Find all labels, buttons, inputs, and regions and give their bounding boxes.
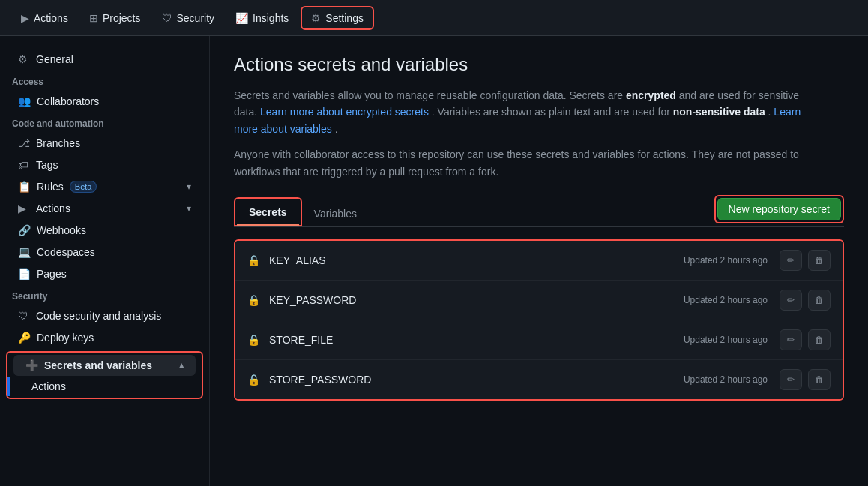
sidebar-item-secrets-variables[interactable]: ➕ Secrets and variables ▴ [13, 355, 196, 376]
description-1: Secrets and variables allow you to manag… [234, 87, 804, 137]
secret-name-1: KEY_ALIAS [269, 254, 684, 266]
lock-icon-2: 🔒 [247, 294, 260, 306]
sidebar-item-pages[interactable]: 📄 Pages [6, 263, 203, 284]
nav-security[interactable]: 🛡 Security [153, 8, 224, 28]
tab-secrets[interactable]: Secrets [237, 200, 299, 226]
rules-icon: 📋 [18, 181, 31, 193]
secret-updated-4: Updated 2 hours ago [684, 374, 768, 385]
sidebar-item-tags[interactable]: 🏷 Tags [6, 154, 203, 176]
secret-name-3: STORE_FILE [269, 334, 684, 346]
delete-secret-3-button[interactable]: 🗑 [808, 329, 831, 350]
codespaces-icon: 💻 [18, 246, 31, 258]
delete-secret-1-button[interactable]: 🗑 [808, 250, 831, 271]
sidebar-general-label: General [36, 53, 73, 65]
desc-text-1: Secrets and variables allow you to manag… [234, 89, 626, 101]
sidebar-actions-sub-label: Actions [31, 380, 66, 392]
sidebar-actions-label: Actions [36, 202, 70, 214]
sidebar-item-collaborators[interactable]: 👥 Collaborators [6, 91, 203, 112]
secrets-variables-icon: ➕ [25, 359, 38, 371]
desc-encrypted-bold: encrypted [626, 89, 676, 101]
top-navigation: ▶ Actions ⊞ Projects 🛡 Security 📈 Insigh… [0, 0, 868, 36]
branches-icon: ⎇ [18, 137, 30, 149]
collaborators-icon: 👥 [18, 95, 31, 107]
sidebar-item-deploy-keys[interactable]: 🔑 Deploy keys [6, 327, 203, 348]
insights-nav-icon: 📈 [235, 12, 248, 24]
sidebar-sub-actions[interactable]: Actions [7, 376, 202, 396]
page-title: Actions secrets and variables [234, 54, 844, 75]
nav-settings[interactable]: ⚙ Settings [301, 6, 374, 30]
actions-nav-icon: ▶ [21, 12, 29, 24]
table-row: 🔒 KEY_PASSWORD Updated 2 hours ago ✏ 🗑 [235, 280, 843, 320]
secret-actions-3: ✏ 🗑 [780, 329, 831, 350]
lock-icon-1: 🔒 [247, 254, 260, 266]
desc-text-5: . [335, 123, 338, 135]
nav-security-label: Security [177, 12, 215, 24]
edit-secret-2-button[interactable]: ✏ [780, 290, 802, 310]
sidebar-item-codespaces[interactable]: 💻 Codespaces [6, 242, 203, 262]
nav-projects[interactable]: ⊞ Projects [80, 8, 150, 28]
secret-updated-3: Updated 2 hours ago [684, 334, 768, 345]
secret-actions-2: ✏ 🗑 [780, 290, 831, 310]
sidebar-code-security-label: Code security and analysis [36, 310, 161, 322]
tags-icon: 🏷 [18, 159, 30, 171]
lock-icon-4: 🔒 [247, 374, 260, 386]
sidebar-branches-label: Branches [36, 137, 80, 149]
secrets-chevron: ▴ [179, 360, 184, 370]
nav-insights[interactable]: 📈 Insights [226, 8, 298, 28]
pages-icon: 📄 [18, 268, 31, 280]
sidebar-item-code-security[interactable]: 🛡 Code security and analysis [6, 305, 203, 326]
secrets-table: 🔒 KEY_ALIAS Updated 2 hours ago ✏ 🗑 🔒 KE… [234, 239, 844, 400]
security-nav-icon: 🛡 [162, 12, 172, 24]
edit-secret-1-button[interactable]: ✏ [780, 250, 802, 271]
sidebar-security-section: Security [0, 285, 209, 304]
actions-icon: ▶ [18, 202, 30, 214]
new-secret-btn-annotation: New repository secret [714, 195, 844, 224]
table-row: 🔒 STORE_PASSWORD Updated 2 hours ago ✏ 🗑 [235, 360, 843, 399]
actions-chevron: ▾ [187, 203, 191, 214]
webhooks-icon: 🔗 [18, 224, 31, 236]
sidebar-item-actions[interactable]: ▶ Actions ▾ [6, 198, 203, 219]
main-content: Actions secrets and variables Secrets an… [210, 36, 868, 486]
sidebar-item-general[interactable]: ⚙ General [6, 49, 203, 70]
secret-updated-2: Updated 2 hours ago [684, 295, 768, 305]
sidebar-tags-label: Tags [36, 159, 58, 171]
secret-actions-1: ✏ 🗑 [780, 250, 831, 271]
table-row: 🔒 STORE_FILE Updated 2 hours ago ✏ 🗑 [235, 320, 843, 360]
sidebar-pages-label: Pages [37, 268, 67, 280]
tabs-row: Secrets Variables [234, 197, 369, 226]
sidebar-deploy-keys-label: Deploy keys [37, 332, 94, 344]
delete-secret-4-button[interactable]: 🗑 [808, 369, 831, 390]
sidebar-item-rules[interactable]: 📋 Rules Beta ▾ [6, 176, 203, 197]
sidebar-collaborators-label: Collaborators [37, 95, 99, 107]
secret-name-4: STORE_PASSWORD [269, 374, 684, 386]
rules-beta-badge: Beta [70, 181, 97, 193]
rules-chevron: ▾ [187, 182, 191, 192]
description-2: Anyone with collaborator access to this … [234, 146, 804, 180]
sidebar-secrets-variables-label: Secrets and variables [44, 359, 152, 371]
sidebar-item-webhooks[interactable]: 🔗 Webhooks [6, 220, 203, 241]
new-repository-secret-button[interactable]: New repository secret [717, 198, 841, 220]
nav-actions-label: Actions [34, 12, 68, 24]
sidebar: ⚙ General Access 👥 Collaborators Code an… [0, 36, 210, 486]
settings-nav-icon: ⚙ [311, 12, 321, 24]
sidebar-item-branches[interactable]: ⎇ Branches [6, 133, 203, 154]
sidebar-codespaces-label: Codespaces [37, 246, 95, 258]
deploy-keys-icon: 🔑 [18, 332, 31, 344]
tab-variables[interactable]: Variables [302, 202, 369, 227]
desc-text-3: . Variables are shown as plain text and … [432, 106, 673, 118]
desc-nonsensitive-bold: non-sensitive data [673, 106, 765, 118]
nav-settings-label: Settings [325, 12, 364, 24]
nav-projects-label: Projects [103, 12, 141, 24]
edit-secret-3-button[interactable]: ✏ [780, 329, 802, 350]
secret-updated-1: Updated 2 hours ago [684, 255, 768, 266]
sidebar-webhooks-label: Webhooks [37, 224, 86, 236]
edit-secret-4-button[interactable]: ✏ [780, 369, 802, 390]
sidebar-access-section: Access [0, 70, 209, 90]
learn-more-secrets-link[interactable]: Learn more about encrypted secrets [260, 106, 429, 118]
sidebar-code-section: Code and automation [0, 112, 209, 132]
nav-actions[interactable]: ▶ Actions [12, 8, 77, 28]
delete-secret-2-button[interactable]: 🗑 [808, 290, 831, 310]
sidebar-secrets-group: ➕ Secrets and variables ▴ Actions [6, 351, 203, 399]
lock-icon-3: 🔒 [247, 334, 260, 346]
code-security-icon: 🛡 [18, 310, 30, 322]
